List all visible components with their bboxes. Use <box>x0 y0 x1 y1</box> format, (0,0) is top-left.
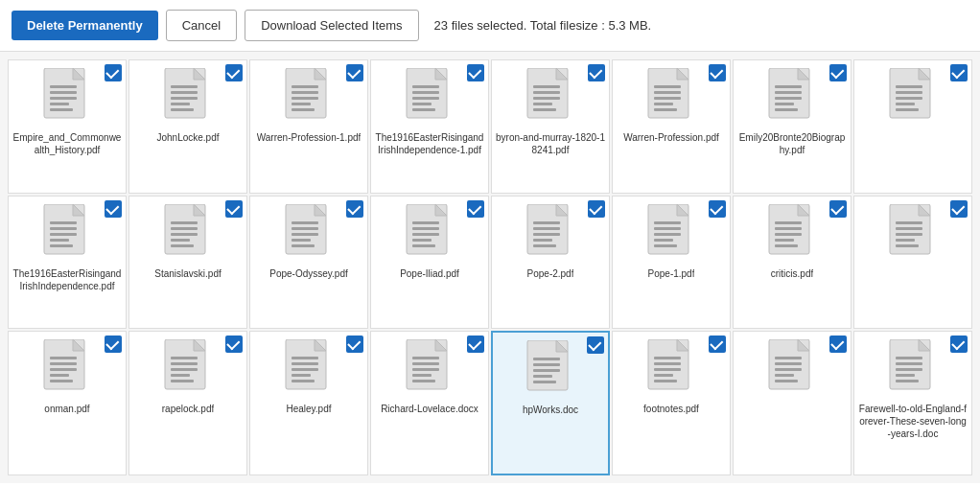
svg-rect-163 <box>533 358 560 360</box>
file-item[interactable]: Pope-Iliad.pdf <box>370 196 489 330</box>
file-checkbox[interactable] <box>225 336 243 353</box>
file-checkbox[interactable] <box>829 64 847 81</box>
svg-rect-171 <box>654 357 681 359</box>
svg-rect-147 <box>292 357 318 359</box>
download-selected-button[interactable]: Download Selected Items <box>245 10 418 41</box>
svg-rect-36 <box>533 91 560 94</box>
file-checkbox[interactable] <box>105 64 122 81</box>
file-checkbox[interactable] <box>225 200 243 218</box>
file-icon <box>42 68 92 126</box>
svg-rect-150 <box>292 374 311 377</box>
svg-rect-189 <box>896 368 922 371</box>
file-name: The1916EasterRisingandIrishIndependence.… <box>12 267 122 292</box>
file-item[interactable]: Richard-Lovelace.docx <box>370 331 489 475</box>
file-item[interactable]: footnotes.pdf <box>612 331 731 475</box>
svg-rect-35 <box>533 85 560 88</box>
svg-rect-60 <box>896 91 922 94</box>
file-item[interactable]: criticis.pdf <box>733 196 852 330</box>
file-item[interactable]: Warren-Profession-1.pdf <box>249 59 368 194</box>
file-item[interactable]: byron-and-murray-1820-18241.pdf <box>491 59 610 194</box>
file-checkbox[interactable] <box>950 200 968 218</box>
file-icon <box>888 68 938 126</box>
svg-rect-166 <box>533 375 552 378</box>
file-checkbox[interactable] <box>829 200 847 218</box>
file-name: Pope-Odyssey.pdf <box>269 267 348 280</box>
file-name: hpWorks.doc <box>523 404 578 416</box>
file-checkbox[interactable] <box>105 200 122 218</box>
svg-rect-179 <box>775 357 802 359</box>
file-checkbox[interactable] <box>950 64 968 81</box>
file-item[interactable]: Emily20Bronte20Biography.pdf <box>733 59 852 194</box>
file-icon <box>42 204 92 262</box>
svg-rect-139 <box>171 357 198 359</box>
svg-rect-30 <box>412 103 432 105</box>
file-checkbox[interactable] <box>587 336 604 354</box>
file-item[interactable] <box>853 59 972 194</box>
svg-rect-110 <box>654 239 673 242</box>
svg-rect-61 <box>896 97 922 100</box>
file-item[interactable]: JohnLocke.pdf <box>128 59 247 194</box>
svg-rect-7 <box>50 108 73 111</box>
file-checkbox[interactable] <box>225 64 243 81</box>
svg-rect-99 <box>533 221 560 224</box>
toolbar: Delete Permanently Cancel Download Selec… <box>0 0 980 52</box>
file-checkbox[interactable] <box>709 200 726 218</box>
svg-rect-51 <box>775 85 802 88</box>
svg-rect-76 <box>171 227 198 230</box>
file-icon <box>767 204 817 262</box>
file-checkbox[interactable] <box>346 200 363 218</box>
file-checkbox[interactable] <box>588 200 605 218</box>
file-item[interactable] <box>733 331 852 475</box>
file-checkbox[interactable] <box>588 64 605 81</box>
svg-rect-190 <box>896 374 915 377</box>
file-checkbox[interactable] <box>709 64 726 81</box>
file-checkbox[interactable] <box>950 336 968 353</box>
svg-rect-21 <box>292 97 318 100</box>
file-checkbox[interactable] <box>346 336 363 353</box>
file-checkbox[interactable] <box>105 336 122 353</box>
svg-rect-38 <box>533 103 552 105</box>
file-item[interactable]: rapelock.pdf <box>128 331 247 475</box>
file-item[interactable]: The1916EasterRisingandIrishIndependence.… <box>8 196 127 330</box>
file-checkbox[interactable] <box>467 200 484 218</box>
cancel-button[interactable]: Cancel <box>166 10 237 41</box>
file-checkbox[interactable] <box>829 336 847 353</box>
file-item[interactable]: Healey.pdf <box>249 331 368 475</box>
svg-rect-117 <box>775 233 802 236</box>
svg-rect-43 <box>654 85 681 88</box>
file-item[interactable]: hpWorks.doc <box>491 331 610 475</box>
svg-rect-29 <box>412 97 439 100</box>
file-checkbox[interactable] <box>709 336 726 353</box>
status-text: 23 files selected. Total filesize : 5.3 … <box>434 18 652 33</box>
svg-rect-107 <box>654 221 681 224</box>
svg-rect-37 <box>533 97 560 100</box>
file-name: JohnLocke.pdf <box>156 131 219 144</box>
file-icon <box>646 68 696 126</box>
svg-rect-133 <box>50 368 77 371</box>
file-name: Emily20Bronte20Biography.pdf <box>737 131 847 156</box>
svg-rect-93 <box>412 233 439 236</box>
file-item[interactable]: Pope-2.pdf <box>491 196 610 330</box>
file-item[interactable]: Pope-Odyssey.pdf <box>249 196 368 330</box>
file-icon <box>525 204 575 262</box>
file-icon <box>163 68 213 126</box>
file-item[interactable] <box>853 196 972 330</box>
file-checkbox[interactable] <box>467 336 484 353</box>
file-item[interactable]: The1916EasterRisingandIrishIndependence-… <box>370 59 489 194</box>
file-item[interactable]: Pope-1.pdf <box>612 196 731 330</box>
svg-rect-53 <box>775 97 802 100</box>
file-item[interactable]: Warren-Profession.pdf <box>612 59 731 194</box>
file-item[interactable]: Empire_and_Commonwealth_History.pdf <box>8 59 127 194</box>
file-item[interactable]: onman.pdf <box>8 331 127 475</box>
file-item[interactable]: Stanislavski.pdf <box>128 196 247 330</box>
delete-permanently-button[interactable]: Delete Permanently <box>12 11 158 40</box>
svg-rect-143 <box>171 380 194 382</box>
file-checkbox[interactable] <box>346 64 363 81</box>
svg-rect-91 <box>412 221 439 224</box>
svg-rect-63 <box>896 108 919 111</box>
file-item[interactable]: Farewell-to-old-England-forever-These-se… <box>853 331 972 475</box>
file-checkbox[interactable] <box>467 64 484 81</box>
svg-rect-123 <box>896 221 922 224</box>
svg-rect-109 <box>654 233 681 236</box>
svg-rect-135 <box>50 380 73 382</box>
